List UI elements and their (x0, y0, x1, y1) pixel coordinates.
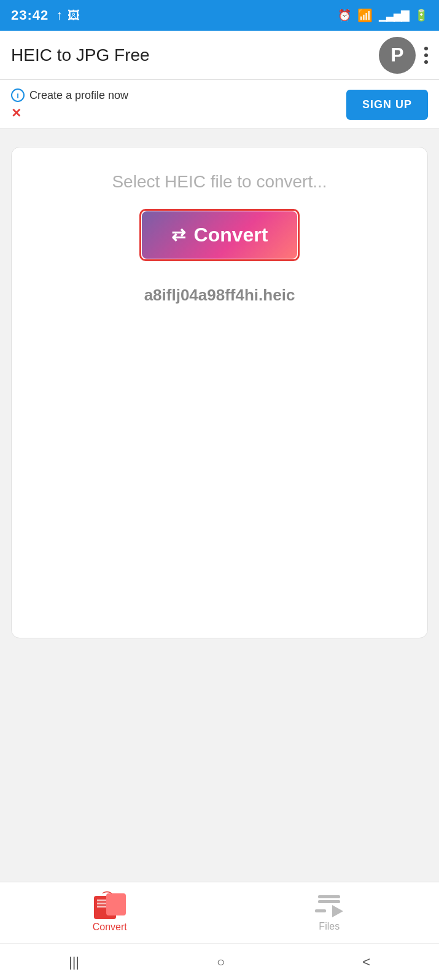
convert-button-label: Convert (194, 224, 268, 246)
nav-files[interactable]: Files (220, 888, 440, 938)
parking-icon: P (379, 37, 416, 74)
signal-icon: ▁▃▅▇ (379, 9, 408, 22)
convert-button[interactable]: ⇄ Convert (142, 211, 298, 259)
upload-icon: ↑ (56, 7, 63, 23)
nav-convert-label: Convert (93, 922, 127, 933)
android-home-button[interactable]: ○ (202, 949, 239, 975)
status-upload-icons: ↑ 🖼 (56, 7, 80, 23)
status-right-icons: ⏰ 📶 ▁▃▅▇ 🔋 (338, 8, 428, 23)
nav-files-icon (315, 894, 343, 919)
alarm-icon: ⏰ (338, 9, 351, 22)
banner-left: i Create a profile now ✕ (11, 88, 128, 120)
nav-files-label: Files (319, 921, 340, 932)
android-recents-button[interactable]: ||| (54, 949, 94, 975)
app-bar: HEIC to JPG Free P (0, 31, 439, 80)
shuffle-icon: ⇄ (171, 225, 185, 245)
profile-banner: i Create a profile now ✕ SIGN UP (0, 80, 439, 128)
wifi-icon: 📶 (357, 8, 373, 23)
main-content: Select HEIC file to convert... ⇄ Convert… (0, 128, 439, 681)
nav-convert-icon: ⌒ (94, 893, 126, 919)
bottom-nav: ⌒ Convert Files (0, 882, 439, 943)
convert-card: Select HEIC file to convert... ⇄ Convert… (11, 147, 428, 638)
signup-button[interactable]: SIGN UP (346, 90, 428, 120)
filename-text: a8iflj04a98ff4hi.heic (144, 286, 295, 305)
status-time: 23:42 (11, 7, 49, 23)
banner-text: Create a profile now (29, 89, 128, 102)
convert-button-wrapper[interactable]: ⇄ Convert (142, 211, 298, 259)
app-title: HEIC to JPG Free (11, 45, 150, 65)
nav-convert[interactable]: ⌒ Convert (0, 887, 220, 939)
status-bar: 23:42 ↑ 🖼 ⏰ 📶 ▁▃▅▇ 🔋 (0, 0, 439, 31)
banner-info-row: i Create a profile now (11, 88, 128, 102)
battery-icon: 🔋 (414, 9, 428, 22)
menu-button[interactable] (424, 47, 428, 64)
android-back-button[interactable]: < (348, 949, 385, 975)
select-hint: Select HEIC file to convert... (112, 172, 327, 192)
banner-close-button[interactable]: ✕ (11, 106, 128, 120)
arrow-transfer-icon: ⌒ (101, 890, 112, 904)
app-bar-right: P (379, 37, 428, 74)
info-icon: i (11, 88, 25, 102)
image-icon: 🖼 (68, 9, 80, 23)
android-nav: ||| ○ < (0, 943, 439, 980)
